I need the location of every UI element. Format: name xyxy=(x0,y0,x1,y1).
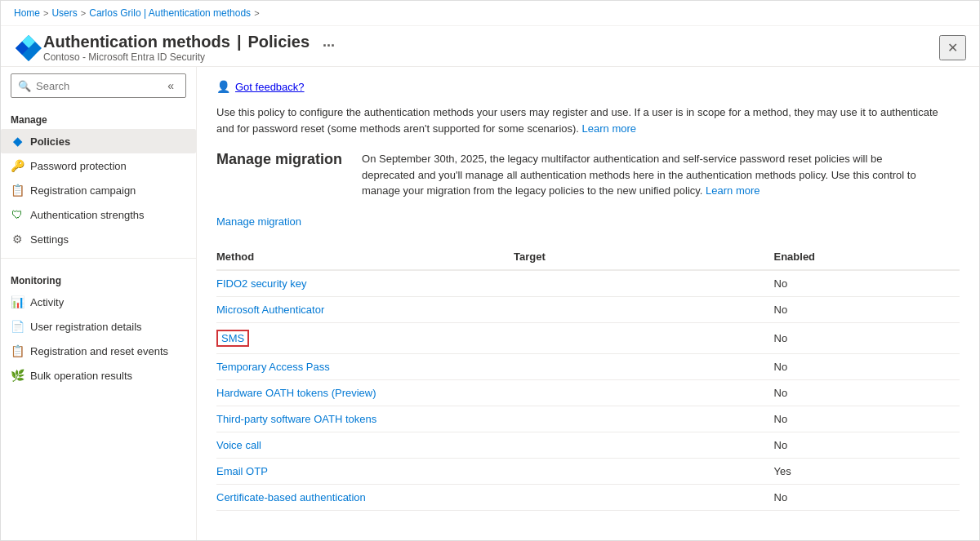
table-row: Third-party software OATH tokensNo xyxy=(216,406,960,432)
method-link-7[interactable]: Email OTP xyxy=(216,465,268,477)
table-row: Voice callNo xyxy=(216,432,960,458)
method-link-8[interactable]: Certificate-based authentication xyxy=(216,491,366,503)
breadcrumb-sep-1: > xyxy=(43,8,48,18)
table-header-row: Method Target Enabled xyxy=(216,244,960,270)
sidebar-item-activity-label: Activity xyxy=(30,296,64,308)
table-row: Email OTPYes xyxy=(216,458,960,484)
table-cell-enabled-8: No xyxy=(774,484,960,510)
sidebar-item-registration-campaign-label: Registration campaign xyxy=(30,184,136,197)
method-link-6[interactable]: Voice call xyxy=(216,439,261,451)
method-link-4[interactable]: Hardware OATH tokens (Preview) xyxy=(216,387,376,399)
table-cell-method-5: Third-party software OATH tokens xyxy=(216,406,514,432)
table-cell-method-7: Email OTP xyxy=(216,458,514,484)
breadcrumb-users[interactable]: Users xyxy=(51,7,77,19)
sidebar-item-password-protection[interactable]: 🔑 Password protection xyxy=(1,153,196,178)
table-cell-method-4: Hardware OATH tokens (Preview) xyxy=(216,379,514,406)
migration-learn-more-link[interactable]: Learn more xyxy=(706,184,760,197)
table-cell-method-1: Microsoft Authenticator xyxy=(216,296,514,322)
table-cell-target-0 xyxy=(514,270,774,297)
table-cell-enabled-2: No xyxy=(774,322,960,353)
table-row: SMSNo xyxy=(216,322,960,353)
header-title: Authentication methods | Policies ... xyxy=(43,33,939,51)
breadcrumb-sep-2: > xyxy=(81,8,86,18)
table-cell-method-6: Voice call xyxy=(216,432,514,458)
table-cell-enabled-3: No xyxy=(774,353,960,379)
migration-text-content: On September 30th, 2025, the legacy mult… xyxy=(362,153,916,197)
header-more-button[interactable]: ... xyxy=(323,33,335,51)
header-separator: | xyxy=(237,33,242,51)
search-box: 🔍 « xyxy=(11,73,186,98)
policy-description: Use this policy to configure the authent… xyxy=(216,104,951,136)
migration-title: Manage migration xyxy=(216,151,342,168)
sidebar-item-auth-strengths-label: Authentication strengths xyxy=(30,209,144,221)
feedback-link[interactable]: Got feedback? xyxy=(235,81,305,93)
sidebar-item-bulk-operation[interactable]: 🌿 Bulk operation results xyxy=(1,363,196,388)
table-row: Microsoft AuthenticatorNo xyxy=(216,296,960,322)
main-layout: 🔍 « Manage ◆ Policies 🔑 Password protect… xyxy=(1,67,979,540)
page-header: Authentication methods | Policies ... Co… xyxy=(1,26,979,67)
table-cell-enabled-7: Yes xyxy=(774,458,960,484)
table-row: FIDO2 security keyNo xyxy=(216,270,960,297)
table-cell-target-6 xyxy=(514,432,774,458)
methods-table: Method Target Enabled FIDO2 security key… xyxy=(216,244,960,511)
breadcrumb-current[interactable]: Carlos Grilo | Authentication methods xyxy=(89,7,251,19)
table-cell-target-5 xyxy=(514,406,774,432)
migration-heading: Manage migration xyxy=(216,151,342,176)
col-header-enabled: Enabled xyxy=(774,244,960,270)
header-subtitle: Contoso - Microsoft Entra ID Security xyxy=(43,51,939,63)
user-registration-icon: 📄 xyxy=(11,320,24,333)
table-cell-target-4 xyxy=(514,379,774,406)
monitoring-section-label: Monitoring xyxy=(1,265,196,290)
col-header-method: Method xyxy=(216,244,514,270)
method-link-3[interactable]: Temporary Access Pass xyxy=(216,361,330,373)
search-icon: 🔍 xyxy=(18,80,31,92)
sidebar-item-registration-events-label: Registration and reset events xyxy=(30,345,168,357)
table-cell-method-3: Temporary Access Pass xyxy=(216,353,514,379)
settings-icon: ⚙ xyxy=(11,233,24,246)
sms-boxed-link[interactable]: SMS xyxy=(216,330,249,347)
sidebar-item-auth-strengths[interactable]: 🛡 Authentication strengths xyxy=(1,202,196,227)
search-container: 🔍 « xyxy=(1,67,196,104)
table-cell-target-3 xyxy=(514,353,774,379)
sidebar-item-policies[interactable]: ◆ Policies xyxy=(1,129,196,153)
close-button[interactable]: ✕ xyxy=(939,35,966,60)
migration-text: On September 30th, 2025, the legacy mult… xyxy=(362,151,917,199)
header-title-main: Authentication methods xyxy=(43,33,230,51)
feedback-bar: 👤 Got feedback? xyxy=(216,80,960,93)
table-row: Certificate-based authenticationNo xyxy=(216,484,960,510)
sidebar-item-policies-label: Policies xyxy=(30,135,70,148)
table-cell-target-8 xyxy=(514,484,774,510)
breadcrumb-sep-3: > xyxy=(254,8,259,18)
breadcrumb-home[interactable]: Home xyxy=(14,7,40,19)
sidebar-item-registration-events[interactable]: 📋 Registration and reset events xyxy=(1,339,196,363)
sidebar-item-registration-campaign[interactable]: 📋 Registration campaign xyxy=(1,178,196,202)
search-input[interactable] xyxy=(36,80,158,92)
feedback-icon: 👤 xyxy=(216,80,230,93)
table-cell-enabled-0: No xyxy=(774,270,960,297)
activity-icon: 📊 xyxy=(11,295,24,308)
bulk-operation-icon: 🌿 xyxy=(11,369,24,382)
method-link-5[interactable]: Third-party software OATH tokens xyxy=(216,413,376,425)
table-body: FIDO2 security keyNoMicrosoft Authentica… xyxy=(216,270,960,511)
sidebar-item-bulk-operation-label: Bulk operation results xyxy=(30,370,132,382)
table-cell-enabled-4: No xyxy=(774,379,960,406)
header-page: Policies xyxy=(248,33,310,51)
sidebar-item-settings[interactable]: ⚙ Settings xyxy=(1,227,196,251)
sidebar-item-password-protection-label: Password protection xyxy=(30,160,127,172)
method-link-1[interactable]: Microsoft Authenticator xyxy=(216,304,324,316)
manage-section-label: Manage xyxy=(1,104,196,129)
app-logo xyxy=(14,33,43,63)
sidebar: 🔍 « Manage ◆ Policies 🔑 Password protect… xyxy=(1,67,197,540)
password-protection-icon: 🔑 xyxy=(11,159,24,172)
policy-learn-more-link[interactable]: Learn more xyxy=(582,122,636,135)
col-header-target: Target xyxy=(514,244,774,270)
sidebar-item-user-registration[interactable]: 📄 User registration details xyxy=(1,314,196,339)
table-cell-enabled-6: No xyxy=(774,432,960,458)
method-link-0[interactable]: FIDO2 security key xyxy=(216,277,307,290)
table-cell-target-1 xyxy=(514,296,774,322)
collapse-button[interactable]: « xyxy=(163,78,179,94)
main-content: 👤 Got feedback? Use this policy to confi… xyxy=(197,67,979,540)
migration-section: Manage migration On September 30th, 2025… xyxy=(216,151,960,199)
manage-migration-link[interactable]: Manage migration xyxy=(216,215,960,228)
sidebar-item-activity[interactable]: 📊 Activity xyxy=(1,290,196,314)
